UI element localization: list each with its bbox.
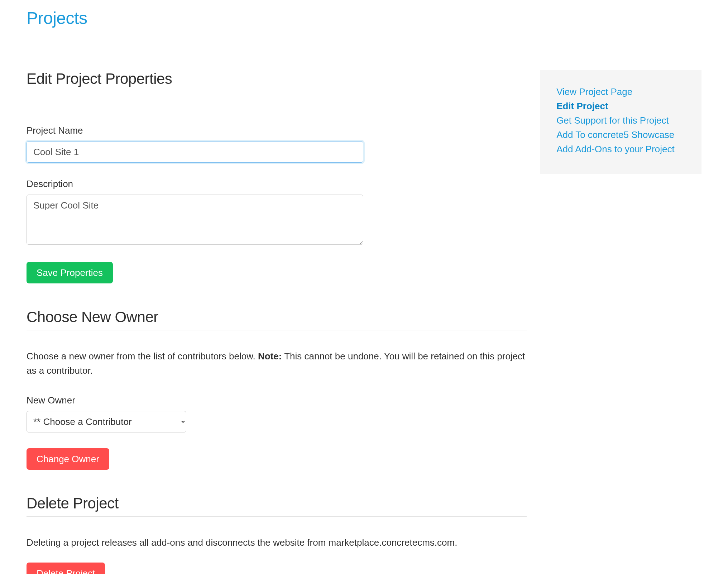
header-rule	[119, 18, 701, 18]
owner-note-label: Note:	[258, 351, 282, 362]
section-rule	[27, 92, 527, 92]
project-name-label: Project Name	[27, 125, 363, 136]
sidebar-link-edit-project[interactable]: Edit Project	[556, 99, 685, 113]
edit-properties-heading: Edit Project Properties	[27, 70, 527, 87]
save-properties-button[interactable]: Save Properties	[27, 262, 113, 283]
sidebar-link-view-project[interactable]: View Project Page	[556, 85, 685, 99]
choose-owner-text: Choose a new owner from the list of cont…	[27, 349, 527, 378]
section-rule	[27, 516, 527, 517]
delete-project-button[interactable]: Delete Project	[27, 563, 105, 574]
owner-intro-pre: Choose a new owner from the list of cont…	[27, 351, 258, 362]
new-owner-label: New Owner	[27, 395, 527, 406]
section-rule	[27, 330, 527, 330]
page-title: Projects	[27, 8, 87, 28]
description-textarea[interactable]: Super Cool Site	[27, 195, 363, 245]
sidebar: View Project Page Edit Project Get Suppo…	[540, 70, 701, 174]
sidebar-link-add-showcase[interactable]: Add To concrete5 Showcase	[556, 128, 685, 142]
choose-owner-heading: Choose New Owner	[27, 308, 527, 326]
project-name-input[interactable]	[27, 141, 363, 163]
sidebar-link-get-support[interactable]: Get Support for this Project	[556, 113, 685, 128]
change-owner-button[interactable]: Change Owner	[27, 448, 109, 470]
page-header: Projects	[27, 0, 701, 36]
new-owner-select[interactable]: ** Choose a Contributor	[27, 411, 186, 432]
delete-project-text: Deleting a project releases all add-ons …	[27, 535, 527, 550]
sidebar-link-add-addons[interactable]: Add Add-Ons to your Project	[556, 142, 685, 156]
description-label: Description	[27, 178, 363, 190]
delete-project-heading: Delete Project	[27, 495, 527, 512]
main-column: Edit Project Properties Project Name Des…	[27, 70, 527, 574]
